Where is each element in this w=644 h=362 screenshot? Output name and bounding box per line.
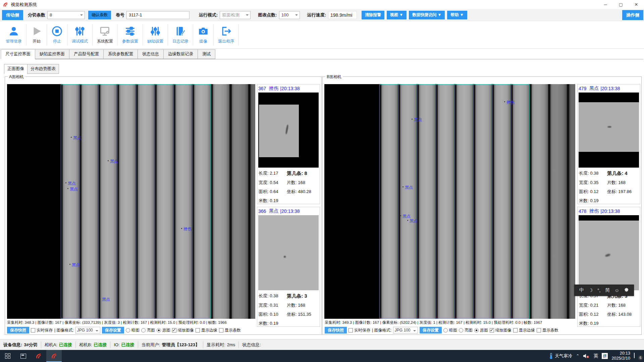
slit-count-select[interactable]: 8 (47, 11, 85, 19)
defect-coord: 坐标: 197.86 (607, 189, 639, 195)
save-settings-button[interactable]: 保存设置 (420, 327, 442, 334)
show-edge-checkbox[interactable]: 显示边缘 (196, 327, 217, 333)
tab-distribution-trend-chart[interactable]: 分布趋势图表 (28, 64, 59, 74)
checkbox-icon (537, 328, 541, 333)
run-mode-label: 运行模式: (199, 12, 218, 18)
ime-lang-toggle[interactable]: 中 (579, 287, 584, 293)
defect-coord: 坐标: 151.35 (287, 311, 318, 317)
camera-b-title: B面相机 (325, 74, 343, 80)
help-menu-button[interactable]: 帮助 ▼ (447, 11, 467, 19)
save-settings-button[interactable]: 保存设置 (102, 327, 124, 334)
operator-side-button[interactable]: 操作侧 (622, 10, 643, 20)
ime-halfwidth-moon-icon[interactable]: ☽ (589, 288, 593, 293)
view-menu-button[interactable]: 视图 ▼ (387, 11, 407, 19)
toolbar-item-debug-mode[interactable]: 调试模式 (67, 24, 93, 46)
tab-front-image[interactable]: 正面图像 (4, 64, 28, 74)
ime-emoji-icon[interactable]: ☺ (614, 288, 619, 293)
checkbox-icon (172, 328, 176, 333)
realtime-save-checkbox[interactable]: 实时保存 (31, 327, 53, 333)
toolbar-item-start[interactable]: 开始 (26, 24, 47, 46)
defect-thumbnail[interactable] (579, 93, 639, 168)
monitor-gear-icon (99, 25, 111, 37)
slit-count-value: 8 (50, 12, 52, 17)
toolbar-item-parameter-settings[interactable]: 参数设置 (118, 24, 143, 46)
defect-time: |20:13:38 (280, 208, 300, 214)
toolbar-item-defect-settings[interactable]: 缺陷设置 (143, 24, 168, 46)
sliders-vertical-icon (74, 25, 86, 37)
original-image-label: 原图 (162, 327, 170, 333)
ime-mode-indicator[interactable]: 拼 (602, 353, 608, 359)
camera-b-group: B面相机 挫伤 黑点 黑点 黑点 黑点 479 黑点 |20:13:38 (322, 76, 642, 335)
weather-indicator[interactable]: 天气寒冷 (549, 353, 572, 359)
tab-test[interactable]: 测试 (198, 49, 215, 59)
ime-settings-gear-icon[interactable] (624, 287, 629, 293)
taskbar-app-vision-1[interactable] (31, 350, 46, 362)
original-image-radio[interactable]: 原图 (474, 327, 488, 333)
save-snapshot-button[interactable]: 保存快照 (7, 327, 29, 334)
defect-thumbnail[interactable] (258, 215, 319, 290)
defect-area: 面积: 0.10 (259, 311, 287, 317)
taskbar-clock[interactable]: 20:13 2025/2/10 (611, 351, 630, 361)
dark-image-radio[interactable]: 暗图 (126, 327, 140, 333)
show-count-checkbox[interactable]: 显示条数 (537, 327, 558, 333)
original-image-radio[interactable]: 原图 (157, 327, 170, 333)
minimize-button[interactable]: ─ (598, 0, 613, 9)
defect-thumbnail[interactable] (258, 93, 319, 168)
toolbar-item-exit-program[interactable]: 退出程序 (214, 24, 239, 46)
taskbar-app-window[interactable] (15, 350, 31, 362)
roll-number-input[interactable]: 3117-1 (126, 11, 190, 19)
tab-defect-monitor[interactable]: 缺陷监控界面 (35, 49, 69, 59)
action-center-icon[interactable]: 6 (634, 353, 641, 359)
defect-info: 长度: 2.17 第几条: 8 宽度: 0.54 片数: 168 面积: 0.6… (257, 168, 320, 204)
realtime-save-checkbox[interactable]: 实时保存 (348, 327, 370, 333)
toolbar-item-admin-login[interactable]: 管理登录 (1, 24, 26, 46)
zoom-image-checkbox[interactable]: 缩放图像 (490, 327, 512, 333)
defect-marker-label: 黑点 (68, 181, 76, 186)
close-button[interactable]: ✕ (629, 0, 644, 9)
slit-count-label: 分切条数 (28, 12, 45, 18)
bright-image-radio[interactable]: 亮图 (141, 327, 155, 333)
toolbar-item-system-config[interactable]: 系统配置 (93, 24, 118, 46)
hidden-icons-chevron[interactable]: ⌃ (576, 354, 579, 358)
bright-image-radio[interactable]: 亮图 (459, 327, 473, 333)
ime-punctuation-toggle[interactable]: °, (597, 288, 601, 293)
tab-edge-data-record[interactable]: 边缘数据记录 (164, 49, 198, 59)
defect-card[interactable]: 367 挫伤 |20:13:38 长度: 2.17 第几条: 8 宽度: 0.5… (257, 84, 320, 204)
zoom-image-checkbox[interactable]: 缩放图像 (172, 327, 194, 333)
ime-charset-toggle[interactable]: 简 (605, 287, 610, 293)
toolbar-item-capture-image[interactable]: 提像 (193, 24, 214, 46)
chart-points-select[interactable]: 100 (279, 11, 300, 19)
defect-thumbnail[interactable] (579, 215, 639, 290)
tab-size-monitor[interactable]: 尺寸监控界面 (1, 49, 35, 59)
defect-card[interactable]: 479 黑点 |20:13:38 长度: 0.38 第几条: 4 宽度: 0.3… (577, 84, 640, 204)
tab-product-model-config[interactable]: 产品型号配置 (69, 49, 104, 59)
image-format-select[interactable]: JPG 100 (393, 327, 418, 334)
language-indicator[interactable]: 英 (593, 353, 598, 359)
taskbar-app-vision-2-active[interactable] (46, 350, 62, 362)
tab-system-param-config[interactable]: 系统参数配置 (104, 49, 138, 59)
radio-icon (157, 328, 161, 333)
start-button[interactable] (0, 350, 15, 362)
defect-header: 478 挫伤 |20:13:38 (578, 207, 640, 215)
clear-alarm-button[interactable]: 清除报警 (362, 11, 384, 19)
maximize-button[interactable]: ▢ (613, 0, 629, 9)
confirm-count-button[interactable]: 确认条数 (88, 11, 111, 19)
dark-image-radio[interactable]: 暗图 (443, 327, 457, 333)
run-mode-select[interactable]: 双面检测 (220, 11, 251, 19)
camera-a-controls: 保存快照 实时保存 | 图像格式: JPG 100 保存设置 暗图 亮图 原图 … (7, 326, 257, 334)
defect-card[interactable]: 478 挫伤 |20:13:38 长度: 0.57 第几条: 3 宽度: 0.2… (577, 207, 640, 327)
defect-id: 478 (579, 208, 586, 214)
tab-status-info[interactable]: 状态信息 (138, 49, 164, 59)
toolbar-item-stop[interactable]: 停止 (47, 24, 67, 46)
drive-side-button[interactable]: 传动侧 (2, 10, 23, 20)
save-snapshot-button[interactable]: 保存快照 (325, 327, 347, 334)
show-count-checkbox[interactable]: 显示条数 (219, 327, 241, 333)
defect-card[interactable]: 366 黑点 |20:13:38 长度: 0.38 第几条: 3 宽度: 0.3… (257, 207, 320, 327)
toolbar-label: 系统配置 (97, 39, 113, 44)
toolbar-item-log-record[interactable]: 日志记录 (168, 24, 193, 46)
data-shortcut-menu-button[interactable]: 数据快捷访问 ▼ (409, 11, 445, 19)
defect-piece: 片数: 168 (287, 180, 318, 186)
image-format-select[interactable]: JPG 100 (75, 327, 100, 334)
volume-muted-icon[interactable] (583, 353, 590, 359)
show-edge-checkbox[interactable]: 显示边缘 (513, 327, 535, 333)
